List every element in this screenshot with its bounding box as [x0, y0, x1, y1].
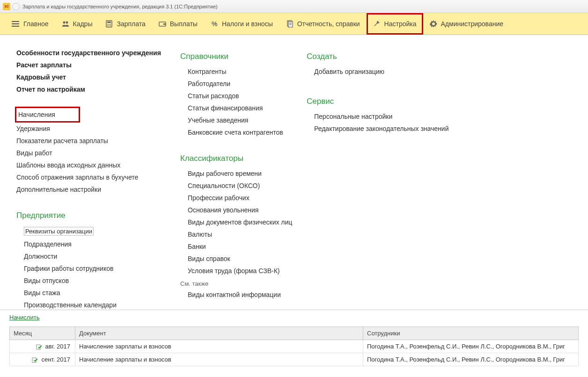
- toolbar-taxes-label: Налоги и взносы: [222, 20, 273, 28]
- toolbar-staff[interactable]: Кадры: [55, 13, 99, 35]
- link-add-org[interactable]: Добавить организацию: [307, 68, 456, 75]
- section-service: Сервис: [307, 97, 456, 106]
- nav-back-button[interactable]: [12, 3, 20, 10]
- svg-point-8: [109, 25, 110, 26]
- app-logo-icon: 1C: [3, 3, 10, 10]
- svg-point-5: [109, 24, 110, 25]
- accruals-table: Месяц Документ Сотрудники авг. 2017 Начи…: [9, 326, 579, 366]
- section-create: Создать: [307, 52, 456, 61]
- label-see-also: См. также: [180, 280, 307, 287]
- link-personal-settings[interactable]: Персональные настройки: [307, 113, 456, 120]
- link-worker-professions[interactable]: Профессии рабочих: [180, 194, 307, 202]
- link-employers[interactable]: Работодатели: [180, 80, 307, 87]
- wallet-icon: [159, 20, 166, 28]
- link-work-schedules[interactable]: Графики работы сотрудников: [16, 265, 180, 272]
- bottom-panel: Начислить Месяц Документ Сотрудники авг.…: [0, 310, 588, 377]
- link-salary-indicators[interactable]: Показатели расчета зарплаты: [16, 137, 180, 145]
- window-titlebar: 1C Зарплата и кадры государственного учр…: [0, 0, 588, 13]
- link-worktime-types[interactable]: Виды рабочего времени: [180, 170, 307, 177]
- toolbar-reports-label: Отчетность, справки: [297, 20, 360, 28]
- link-dismissal-grounds[interactable]: Основания увольнения: [180, 206, 307, 214]
- toolbar-menu[interactable]: Главное: [5, 13, 55, 35]
- toolbar-main-label: Главное: [23, 20, 49, 28]
- highlight-accruals: Начисления: [16, 108, 79, 121]
- window-title: Зарплата и кадры государственного учрежд…: [22, 4, 218, 9]
- link-salary-calc[interactable]: Расчет зарплаты: [16, 61, 180, 69]
- toolbar-settings[interactable]: Настройка: [367, 13, 423, 35]
- link-contact-info-types[interactable]: Виды контактной информации: [180, 291, 307, 298]
- th-document[interactable]: Документ: [75, 327, 363, 340]
- toolbar-admin-label: Администрирование: [441, 20, 504, 28]
- table-row[interactable]: авг. 2017 Начисление зарплаты и взносов …: [10, 340, 579, 353]
- section-classifiers: Классификаторы: [180, 154, 307, 163]
- link-financing-items[interactable]: Статьи финансирования: [180, 104, 307, 112]
- percent-icon: %: [211, 20, 218, 28]
- link-banks[interactable]: Банки: [180, 243, 307, 250]
- link-reflection-method[interactable]: Способ отражения зарплаты в бухучете: [16, 174, 180, 181]
- link-departments[interactable]: Подразделения: [16, 240, 180, 248]
- settings-column-1: Особенности государственного учреждения …: [16, 49, 180, 310]
- svg-point-7: [107, 25, 108, 26]
- section-enterprise: Предприятие: [16, 211, 180, 220]
- toolbar-staff-label: Кадры: [73, 20, 93, 28]
- svg-point-6: [110, 24, 111, 25]
- link-vacation-types[interactable]: Виды отпусков: [16, 277, 180, 284]
- main-content: Особенности государственного учреждения …: [0, 35, 588, 310]
- link-gov-features[interactable]: Особенности государственного учреждения: [16, 49, 180, 57]
- toolbar-salary-label: Зарплата: [117, 20, 145, 28]
- link-hr-accounting[interactable]: Кадровый учет: [16, 73, 180, 81]
- svg-rect-14: [288, 22, 293, 27]
- link-bank-accounts[interactable]: Банковские счета контрагентов: [180, 129, 307, 136]
- th-employees[interactable]: Сотрудники: [363, 327, 579, 340]
- document-posted-icon: [36, 344, 43, 350]
- link-edu-institutions[interactable]: Учебные заведения: [180, 116, 307, 124]
- link-working-conditions[interactable]: Условия труда (форма СЗВ-К): [180, 267, 307, 275]
- link-currencies[interactable]: Валюты: [180, 231, 307, 238]
- gear-icon: [430, 20, 437, 28]
- menu-icon: [11, 21, 20, 27]
- link-org-details[interactable]: Реквизиты организации: [24, 227, 94, 236]
- svg-rect-3: [107, 22, 111, 23]
- link-deductions[interactable]: Удержания: [16, 125, 180, 132]
- link-additional-settings[interactable]: Дополнительные настройки: [16, 186, 180, 193]
- svg-point-4: [107, 24, 108, 25]
- toolbar-taxes[interactable]: % Налоги и взносы: [204, 13, 279, 35]
- svg-point-9: [110, 25, 111, 26]
- users-icon: [62, 20, 69, 28]
- toolbar-settings-label: Настройка: [384, 20, 417, 28]
- link-edit-legislative-values[interactable]: Редактирование законодательных значений: [307, 125, 456, 132]
- toolbar-admin[interactable]: Администрирование: [423, 13, 510, 35]
- accrue-link[interactable]: Начислить: [9, 314, 39, 321]
- table-row[interactable]: сент. 2017 Начисление зарплаты и взносов…: [10, 353, 579, 366]
- th-month[interactable]: Месяц: [10, 327, 75, 340]
- link-expense-items[interactable]: Статьи расходов: [180, 92, 307, 100]
- settings-column-2: Справочники Контрагенты Работодатели Ста…: [180, 49, 307, 310]
- link-input-templates[interactable]: Шаблоны ввода исходных данных: [16, 161, 180, 169]
- link-certificate-types[interactable]: Виды справок: [180, 255, 307, 262]
- svg-point-1: [66, 21, 68, 23]
- link-specialties[interactable]: Специальности (ОКСО): [180, 182, 307, 189]
- link-production-calendars[interactable]: Производственные календари: [16, 301, 180, 309]
- toolbar-reports[interactable]: Отчетность, справки: [279, 13, 367, 35]
- document-posted-icon: [32, 357, 38, 363]
- main-toolbar: Главное Кадры Зарплата Выплаты % Налоги …: [0, 13, 588, 35]
- toolbar-payments-label: Выплаты: [170, 20, 198, 28]
- svg-text:%: %: [212, 20, 218, 28]
- link-accruals[interactable]: Начисления: [18, 111, 55, 118]
- calculator-icon: [105, 20, 113, 28]
- toolbar-salary[interactable]: Зарплата: [99, 13, 152, 35]
- link-seniority-types[interactable]: Виды стажа: [16, 289, 180, 297]
- section-directories: Справочники: [180, 52, 307, 61]
- document-icon: [286, 20, 294, 28]
- toolbar-payments[interactable]: Выплаты: [152, 13, 204, 35]
- wrench-icon: [373, 20, 381, 28]
- link-individual-doc-types[interactable]: Виды документов физических лиц: [180, 218, 307, 226]
- link-positions[interactable]: Должности: [16, 253, 180, 260]
- link-settings-report[interactable]: Отчет по настройкам: [16, 86, 180, 93]
- settings-column-3: Создать Добавить организацию Сервис Перс…: [307, 49, 456, 310]
- svg-point-0: [63, 21, 65, 23]
- svg-rect-11: [163, 23, 166, 25]
- link-counterparties[interactable]: Контрагенты: [180, 68, 307, 75]
- link-work-types[interactable]: Виды работ: [16, 149, 180, 157]
